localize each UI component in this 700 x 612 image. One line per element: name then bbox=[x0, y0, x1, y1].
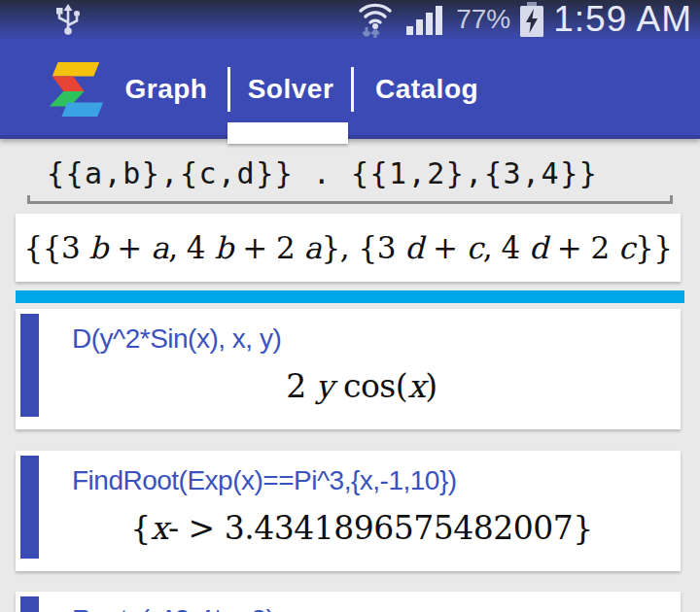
tab-catalog[interactable]: Catalog bbox=[354, 74, 500, 105]
current-result-card[interactable]: {{3 b + a, 4 b + 2 a}, {3 d + c, 4 d + 2… bbox=[16, 214, 681, 282]
tab-graph[interactable]: Graph bbox=[105, 74, 228, 105]
history-accent-bar bbox=[20, 456, 39, 559]
usb-icon bbox=[49, 2, 88, 37]
app-bar: Graph Solver Catalog bbox=[0, 39, 700, 139]
app-screen: 77% 1:59 AM Graph Solver Catalog bbox=[0, 0, 700, 612]
solver-content: {{a,b},{c,d}} . {{1,2},{3,4}} {{3 b + a,… bbox=[0, 139, 700, 612]
selected-tab-indicator bbox=[228, 122, 348, 144]
accent-divider bbox=[16, 290, 684, 303]
status-icons-group: 77% 1:59 AM bbox=[355, 0, 692, 40]
clock-label: 1:59 AM bbox=[553, 0, 692, 40]
battery-charging-icon bbox=[519, 2, 544, 37]
signal-strength-icon bbox=[404, 3, 447, 36]
wifi-icon bbox=[355, 0, 396, 39]
history-result-math: {x- > 3.4341896575482007} bbox=[72, 509, 681, 547]
history-card[interactable]: Roots(x^2-4*x+2) bbox=[16, 592, 681, 612]
expression-input-value[interactable]: {{a,b},{c,d}} . {{1,2},{3,4}} bbox=[47, 155, 700, 192]
expression-input[interactable]: {{a,b},{c,d}} . {{1,2},{3,4}} bbox=[0, 155, 700, 204]
history-result-math: 2 y cos(x) bbox=[72, 367, 681, 405]
history-expression: FindRoot(Exp(x)==Pi^3,{x,-1,10}) bbox=[72, 465, 681, 496]
history-accent-bar bbox=[20, 596, 39, 612]
current-result-math: {{3 b + a, 4 b + 2 a}, {3 d + c, 4 d + 2… bbox=[24, 230, 673, 265]
status-bar: 77% 1:59 AM bbox=[0, 0, 700, 39]
tab-solver[interactable]: Solver bbox=[230, 74, 351, 105]
history-expression: D(y^2*Sin(x), x, y) bbox=[72, 323, 681, 355]
history-expression: Roots(x^2-4*x+2) bbox=[72, 604, 681, 612]
history-card[interactable]: D(y^2*Sin(x), x, y) 2 y cos(x) bbox=[16, 309, 681, 429]
input-underline bbox=[27, 195, 673, 204]
history-accent-bar bbox=[20, 314, 39, 417]
sigma-logo-icon bbox=[45, 59, 105, 119]
battery-percent-label: 77% bbox=[456, 4, 510, 35]
history-card[interactable]: FindRoot(Exp(x)==Pi^3,{x,-1,10}) {x- > 3… bbox=[16, 451, 681, 571]
